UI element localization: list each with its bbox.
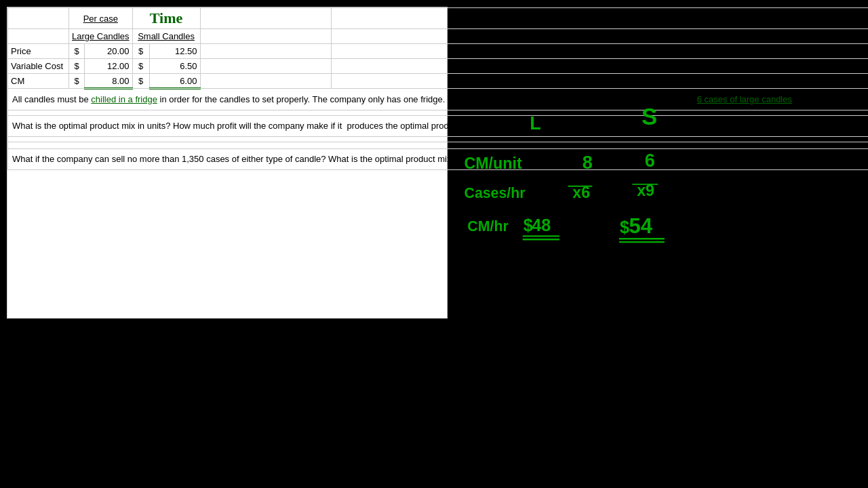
L-annotation: L [530, 113, 541, 134]
annotations-panel: L S CM/unit 8 6 Cases/hr x6 x9 CM/hr $ 4… [454, 0, 868, 488]
cmunit-label: CM/unit [465, 155, 522, 172]
price-dollar2: $ [132, 44, 149, 59]
value48: 48 [532, 216, 551, 235]
empty-c1 [200, 74, 332, 89]
x9-value: x9 [637, 182, 654, 199]
cm-dollar2: $ [132, 74, 149, 89]
vc-dollar2: $ [132, 59, 149, 74]
caseshr-label: Cases/hr [465, 185, 526, 201]
empty-cell-2 [200, 8, 332, 29]
empty-v1 [200, 59, 332, 74]
small-candles-header: Small Candles [132, 29, 200, 44]
vc-label: Variable Cost [8, 59, 69, 74]
empty-cell-1 [8, 8, 69, 29]
cm-small: 6.00 [149, 74, 200, 89]
cm-large: 8.00 [85, 74, 132, 89]
vc-dollar1: $ [69, 59, 85, 74]
price-label: Price [8, 44, 69, 59]
vc-large: 12.00 [85, 59, 132, 74]
large-candles-header: Large Candles [69, 29, 133, 44]
cm-label: CM [8, 74, 69, 89]
price-dollar1: $ [69, 44, 85, 59]
price-large: 20.00 [85, 44, 132, 59]
cmhr-label: CM/hr [467, 218, 508, 235]
per-case-header: Per case [69, 8, 133, 29]
price-small: 12.50 [149, 44, 200, 59]
dollar2-sign: $ [620, 218, 629, 237]
vc-small: 6.50 [149, 59, 200, 74]
handwritten-svg: L S CM/unit 8 6 Cases/hr x6 x9 CM/hr $ 4… [454, 0, 868, 488]
cm8-value: 8 [583, 152, 593, 173]
cm-dollar1: $ [69, 74, 85, 89]
cm6-value: 6 [645, 150, 655, 171]
label-header [8, 29, 69, 44]
x6-value: x6 [572, 184, 590, 201]
empty-h1 [200, 29, 332, 44]
S-annotation: S [642, 103, 657, 129]
time-header: Time [132, 8, 200, 29]
dollar1-sign: $ [524, 216, 533, 235]
value54: 54 [629, 214, 653, 238]
spreadsheet-panel: Per case Time Large Candles Small Candle… [7, 7, 448, 319]
empty-p1 [200, 44, 332, 59]
